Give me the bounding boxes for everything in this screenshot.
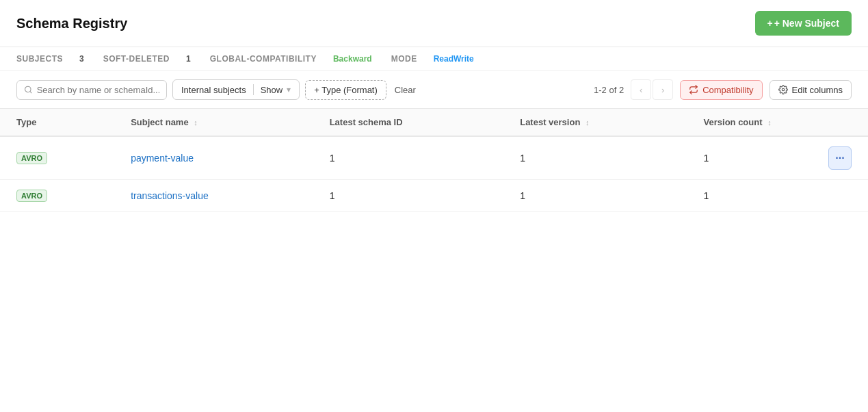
cell-type-1: AVRO (0, 136, 114, 180)
soft-deleted-key: SOFT-DELETED (103, 54, 170, 64)
cell-type-2: AVRO (0, 180, 114, 212)
col-latest-version[interactable]: Latest version ↕ (503, 109, 687, 136)
soft-deleted-value: 1 (186, 54, 191, 64)
table-container: Type Subject name ↕ Latest schema ID Lat… (0, 109, 868, 212)
cell-latest-version-1: 1 (503, 136, 687, 180)
compatibility-button[interactable]: Compatibility (680, 80, 762, 100)
plus-icon: + (767, 18, 773, 29)
type-format-filter[interactable]: + Type (Format) (305, 80, 386, 100)
col-latest-schema-id: Latest schema ID (313, 109, 504, 136)
divider (253, 84, 254, 95)
col-type: Type (0, 109, 114, 136)
toolbar-right: 1-2 of 2 ‹ › Compatibility Edit columns (594, 79, 852, 100)
avro-badge-2: AVRO (16, 190, 47, 202)
version-count-value-2: 1 (704, 190, 709, 201)
sort-icon-count: ↕ (767, 118, 772, 127)
mode-value: ReadWrite (434, 54, 474, 64)
mode-key: MODE (391, 54, 417, 64)
cell-version-count-1: 1 ··· (687, 136, 868, 180)
internal-subjects-filter[interactable]: Internal subjects Show ▾ (172, 79, 300, 100)
global-compat-key: GLOBAL-COMPATIBILITY (210, 54, 317, 64)
internal-subjects-label: Internal subjects (181, 85, 246, 95)
prev-page-button[interactable]: ‹ (631, 79, 651, 100)
ellipsis-icon-1: ··· (835, 152, 844, 164)
next-page-button[interactable]: › (653, 79, 673, 100)
toolbar: Internal subjects Show ▾ + Type (Format)… (0, 71, 868, 109)
subjects-value: 3 (79, 54, 84, 64)
row-actions-1: ··· (828, 146, 852, 170)
chevron-left-icon: ‹ (640, 85, 642, 95)
search-box (16, 80, 167, 100)
table-header-row: Type Subject name ↕ Latest schema ID Lat… (0, 109, 868, 136)
subjects-key: SUBJECTS (16, 54, 63, 64)
page-header: Schema Registry + + New Subject (0, 0, 868, 47)
sort-icon-version: ↕ (586, 118, 590, 127)
chevron-right-icon: › (661, 85, 664, 95)
meta-bar: SUBJECTS 3 SOFT-DELETED 1 GLOBAL-COMPATI… (0, 47, 868, 71)
avro-badge-1: AVRO (16, 152, 47, 164)
search-input[interactable] (37, 85, 159, 95)
col-version-count[interactable]: Version count ↕ (687, 109, 868, 136)
page-title: Schema Registry (16, 16, 127, 31)
global-compat-value: Backward (333, 54, 372, 64)
pagination-info: 1-2 of 2 (594, 85, 624, 95)
cell-schema-id-2: 1 (313, 180, 504, 212)
edit-columns-label: Edit columns (792, 85, 843, 95)
new-subject-button[interactable]: + + New Subject (755, 11, 852, 36)
cell-subject-name-2[interactable]: transactions-value (114, 180, 313, 212)
svg-point-2 (782, 88, 785, 91)
version-count-value-1: 1 (704, 153, 709, 164)
pagination-buttons: ‹ › (631, 79, 673, 100)
new-subject-label: + New Subject (774, 18, 839, 29)
chevron-down-icon: ▾ (287, 85, 291, 94)
more-actions-button-1[interactable]: ··· (828, 146, 852, 170)
cell-version-count-2: 1 (687, 180, 868, 212)
cell-subject-name-1[interactable]: payment-value (114, 136, 313, 180)
clear-button[interactable]: Clear (392, 81, 419, 99)
type-format-label: + Type (Format) (314, 85, 378, 95)
table-row: AVRO payment-value 1 1 1 ··· (0, 136, 868, 180)
gear-icon (778, 85, 788, 94)
compatibility-label: Compatibility (702, 85, 753, 95)
show-label: Show (261, 85, 283, 95)
col-subject-name[interactable]: Subject name ↕ (114, 109, 313, 136)
cell-latest-version-2: 1 (503, 180, 687, 212)
cell-schema-id-1: 1 (313, 136, 504, 180)
table-row: AVRO transactions-value 1 1 1 (0, 180, 868, 212)
sort-icon-subject: ↕ (194, 118, 198, 127)
search-icon (24, 85, 33, 94)
edit-columns-button[interactable]: Edit columns (770, 80, 852, 100)
subjects-table: Type Subject name ↕ Latest schema ID Lat… (0, 109, 868, 212)
compat-icon (689, 85, 698, 94)
svg-line-1 (30, 91, 31, 92)
